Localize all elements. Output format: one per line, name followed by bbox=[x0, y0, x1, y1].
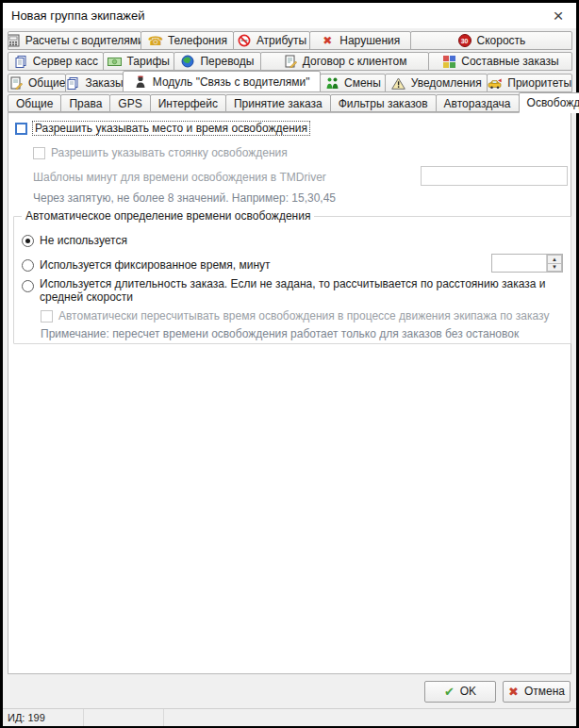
auto-release-group-title: Автоматическое определение времени освоб… bbox=[22, 209, 314, 223]
tab-filtry-zakazov[interactable]: Фильтры заказов bbox=[330, 94, 437, 112]
close-icon[interactable]: × bbox=[540, 3, 576, 28]
shifts-people-icon bbox=[324, 76, 339, 91]
templates-hint: Через запятую, не более 8 значений. Напр… bbox=[33, 191, 336, 205]
tab-prioritety[interactable]: Приоритеты bbox=[487, 74, 572, 92]
tab-label: Общие bbox=[28, 76, 65, 90]
allow-place-time-label: Разрешить указывать место и время освобо… bbox=[33, 122, 309, 135]
button-bar: ✔ OK ✖ Отмена bbox=[3, 674, 576, 708]
tab-row-3: Общие Заказы Модуль "Связь с водителями"… bbox=[3, 71, 576, 92]
tab-dogovor-s-klientom[interactable]: Договор с клиентом bbox=[260, 52, 429, 71]
tab-label: Приоритеты bbox=[507, 76, 571, 90]
tab-uvedomleniya[interactable]: Уведомления bbox=[385, 74, 488, 92]
templates-label: Шаблоны минут для времени освобождения в… bbox=[33, 171, 326, 184]
check-icon: ✔ bbox=[444, 685, 455, 699]
tab-interfeys[interactable]: Интерфейс bbox=[150, 94, 226, 112]
tab-narusheniya[interactable]: ✖ Нарушения bbox=[309, 31, 411, 50]
not-used-label: Не используется bbox=[40, 234, 127, 247]
order-duration-radio[interactable] bbox=[22, 280, 34, 292]
tab-perevody[interactable]: Переводы bbox=[174, 52, 261, 71]
tab-label: Скорость bbox=[477, 34, 526, 47]
checkbox-row-auto-recalc: Автоматически пересчитывать время освобо… bbox=[41, 309, 549, 323]
tab-label: Сервер касс bbox=[33, 55, 98, 68]
tab-label: Уведомления bbox=[411, 76, 482, 90]
globe-icon bbox=[180, 55, 195, 69]
cancel-button[interactable]: ✖ Отмена bbox=[503, 681, 571, 703]
tab-atributy[interactable]: Атрибуты bbox=[233, 31, 309, 50]
tab-label: Нарушения bbox=[339, 34, 400, 47]
contract-icon bbox=[283, 55, 298, 69]
checkbox-row-allow-parking: Разрешить указывать стоянку освобождения bbox=[33, 146, 288, 159]
cash-server-pages-icon bbox=[13, 55, 28, 69]
tab-telefoniya[interactable]: ☎ Телефония bbox=[141, 31, 234, 50]
fixed-time-spinner: ▲ ▼ bbox=[491, 254, 563, 273]
document-pen-icon bbox=[8, 76, 24, 91]
cancel-button-label: Отмена bbox=[524, 685, 565, 698]
tab-label: Интерфейс bbox=[158, 97, 218, 110]
tab-label: Принятие заказа bbox=[234, 97, 323, 110]
cross-icon: ✖ bbox=[508, 685, 519, 699]
warning-icon bbox=[391, 76, 406, 91]
tab-row-1: Расчеты с водителями ☎ Телефония Атрибут… bbox=[3, 28, 576, 50]
violations-cross-icon: ✖ bbox=[320, 34, 335, 48]
dialog-new-crew-group: Новая группа экипажей × Расчеты с водите… bbox=[3, 3, 576, 725]
tab-obshchie-outer[interactable]: Общие bbox=[8, 74, 66, 92]
composite-orders-icon bbox=[441, 55, 456, 69]
tab-osvobozhdenie[interactable]: Освобождение bbox=[519, 92, 579, 113]
templates-minutes-input[interactable] bbox=[421, 166, 568, 186]
phone-icon: ☎ bbox=[148, 34, 163, 48]
tab-page-osvobozhdenie: Разрешить указывать место и время освобо… bbox=[8, 112, 571, 674]
tab-label: Расчеты с водителями bbox=[25, 34, 142, 47]
tab-label: Модуль "Связь с водителями" bbox=[153, 75, 310, 89]
auto-recalc-checkbox[interactable] bbox=[41, 310, 53, 323]
checkbox-row-allow-place-time: Разрешить указывать место и время освобо… bbox=[15, 122, 309, 135]
not-used-radio[interactable] bbox=[22, 235, 34, 247]
status-segment-2 bbox=[84, 709, 164, 726]
tab-tarify[interactable]: Тарифы bbox=[103, 52, 174, 71]
auto-release-groupbox: Автоматическое определение времени освоб… bbox=[13, 216, 571, 344]
ok-button[interactable]: ✔ OK bbox=[424, 681, 496, 703]
tab-avtorazdacha[interactable]: Автораздача bbox=[436, 94, 520, 112]
window-title: Новая группа экипажей bbox=[3, 8, 540, 23]
title-bar: Новая группа экипажей × bbox=[3, 3, 576, 28]
screenshot-frame: Новая группа экипажей × Расчеты с водите… bbox=[0, 0, 579, 728]
tab-gps[interactable]: GPS bbox=[109, 94, 150, 112]
fixed-time-input[interactable] bbox=[492, 255, 546, 272]
tab-prinyatie-zakaza[interactable]: Принятие заказа bbox=[225, 94, 331, 112]
tab-skorost[interactable]: 30 Скорость bbox=[410, 31, 572, 50]
radio-row-fixed-time: Используется фиксированное время, минут bbox=[22, 258, 271, 272]
tab-smeny[interactable]: Смены bbox=[320, 74, 387, 92]
taxi-icon bbox=[488, 76, 503, 91]
tab-prava[interactable]: Права bbox=[60, 94, 110, 112]
money-icon bbox=[108, 55, 123, 69]
radio-row-not-used: Не используется bbox=[22, 234, 127, 247]
tab-label: Составные заказы bbox=[461, 55, 558, 68]
tab-label: Смены bbox=[344, 76, 381, 90]
tab-sostavnye-zakazy[interactable]: Составные заказы bbox=[428, 52, 572, 71]
tab-label: Автораздача bbox=[444, 97, 511, 110]
no-smoking-icon bbox=[237, 34, 252, 48]
fixed-time-radio[interactable] bbox=[22, 259, 34, 272]
driver-link-person-icon bbox=[133, 74, 148, 89]
tab-modul-svyaz-s-voditelyami[interactable]: Модуль "Связь с водителями" bbox=[123, 71, 321, 92]
allow-parking-checkbox[interactable] bbox=[33, 147, 45, 159]
spinner-down-icon[interactable]: ▼ bbox=[547, 263, 562, 273]
allow-place-time-checkbox[interactable] bbox=[15, 123, 27, 135]
tab-raschety-s-voditelyami[interactable]: Расчеты с водителями bbox=[8, 31, 141, 50]
tab-server-kass[interactable]: Сервер касс bbox=[8, 52, 104, 71]
tab-label: GPS bbox=[118, 97, 141, 110]
status-segment-3 bbox=[164, 709, 576, 726]
tab-label: Договор с клиентом bbox=[303, 55, 407, 68]
status-bar: ИД: 199 bbox=[3, 708, 576, 726]
radio-row-order-duration: Используется длительность заказа. Если н… bbox=[22, 277, 554, 304]
tab-obshchie-inner[interactable]: Общие bbox=[8, 94, 61, 112]
ok-button-label: OK bbox=[460, 685, 476, 698]
tab-label: Телефония bbox=[168, 34, 227, 47]
spinner-buttons: ▲ ▼ bbox=[546, 255, 562, 272]
tab-label: Фильтры заказов bbox=[339, 97, 428, 110]
status-id: ИД: 199 bbox=[3, 709, 84, 726]
orders-pages-icon bbox=[65, 76, 80, 91]
tab-label: Общие bbox=[16, 97, 53, 110]
tab-zakazy[interactable]: Заказы bbox=[65, 74, 123, 92]
allow-parking-label: Разрешить указывать стоянку освобождения bbox=[51, 146, 288, 159]
tab-label: Права bbox=[69, 97, 102, 110]
